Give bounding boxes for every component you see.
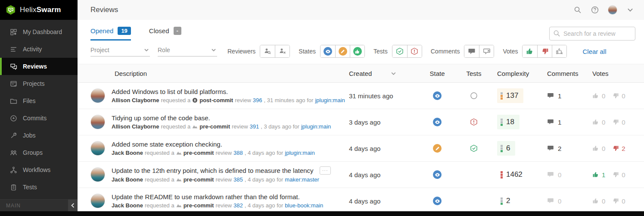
needs-revision-icon[interactable] bbox=[335, 45, 350, 57]
sidebar-item-projects[interactable]: Projects bbox=[0, 75, 78, 92]
sidebar-item-reviews[interactable]: Reviews bbox=[0, 58, 78, 75]
user-search-icon[interactable] bbox=[260, 45, 275, 57]
vote-up[interactable]: 0 bbox=[592, 119, 605, 126]
column-created[interactable]: Created bbox=[349, 70, 418, 77]
has-comments-icon[interactable] bbox=[464, 45, 479, 57]
no-votes-icon[interactable] bbox=[552, 45, 566, 57]
description-cell: Added Windows to list of build platforms… bbox=[90, 88, 349, 103]
review-id-link[interactable]: 382 bbox=[233, 202, 243, 209]
author-avatar[interactable] bbox=[90, 167, 105, 182]
table-row[interactable]: Update to the 12th entry point, which is… bbox=[78, 162, 644, 188]
review-title-link[interactable]: Added some state exception checking. bbox=[112, 141, 222, 148]
sidebar-item-tests[interactable]: Tests bbox=[0, 178, 78, 196]
tests-failed-icon[interactable] bbox=[407, 45, 422, 57]
table-row[interactable]: Added some state exception checking. Jac… bbox=[78, 135, 644, 162]
no-comments-icon[interactable] bbox=[479, 45, 494, 57]
search-icon[interactable] bbox=[573, 6, 582, 14]
sidebar-item-files[interactable]: Files bbox=[0, 92, 78, 110]
comment-count: 0 bbox=[558, 197, 561, 205]
review-id-link[interactable]: 391 bbox=[250, 123, 259, 130]
sidebar-item-activity[interactable]: Activity bbox=[0, 41, 78, 58]
review-id-link[interactable]: 396 bbox=[253, 97, 262, 103]
branch-link[interactable]: jplugin:main bbox=[301, 123, 331, 130]
branch-link[interactable]: jplugin:main bbox=[285, 150, 314, 156]
author-avatar[interactable] bbox=[90, 115, 105, 129]
role-filter-select[interactable]: Role bbox=[158, 47, 217, 56]
tests-passed-icon[interactable] bbox=[392, 45, 407, 57]
review-search bbox=[549, 27, 635, 41]
vote-down[interactable]: 0 bbox=[612, 119, 625, 126]
author-avatar[interactable] bbox=[90, 194, 105, 208]
states-filter-label: States bbox=[299, 48, 316, 55]
chevron-down-icon[interactable] bbox=[626, 6, 635, 14]
branch-link[interactable]: maker:master bbox=[285, 176, 319, 183]
review-title-link[interactable]: Update to the 12th entry point, which is… bbox=[112, 167, 314, 174]
author-avatar[interactable] bbox=[90, 88, 105, 103]
table-row[interactable]: Tidying up some of the code base. Alliso… bbox=[78, 109, 644, 135]
approved-icon[interactable] bbox=[350, 45, 364, 57]
sidebar-item-groups[interactable]: Groups bbox=[0, 144, 78, 161]
votes-cell: 0 0 bbox=[582, 197, 631, 205]
review-title-link[interactable]: Tidying up some of the code base. bbox=[112, 114, 210, 122]
more-button[interactable]: ··· bbox=[320, 166, 331, 175]
comments-cell: 0 bbox=[534, 197, 582, 205]
review-title-link[interactable]: Update the README to use markdown rather… bbox=[112, 193, 300, 200]
commit-type-label: pre-commit bbox=[184, 150, 214, 156]
author-name: Jack Boone bbox=[112, 202, 143, 209]
sidebar-collapse-button[interactable] bbox=[68, 200, 78, 212]
review-title-link[interactable]: Added Windows to list of build platforms… bbox=[112, 88, 228, 95]
helix-swarm-logo-icon bbox=[6, 5, 16, 15]
table-row[interactable]: Added Windows to list of build platforms… bbox=[78, 83, 644, 109]
needs-review-icon[interactable] bbox=[320, 45, 335, 57]
sidebar-item-commits[interactable]: Commits bbox=[0, 110, 78, 127]
votes-cell: 0 0 bbox=[582, 119, 631, 126]
sidebar-item-jobs[interactable]: Jobs bbox=[0, 127, 78, 144]
state-cell bbox=[418, 144, 457, 153]
user-avatar[interactable] bbox=[608, 5, 617, 15]
votes-cell: 1 0 bbox=[582, 171, 631, 178]
branch-link[interactable]: jplugin:main bbox=[315, 97, 345, 103]
app-logo[interactable]: HelixSwarm bbox=[0, 0, 78, 20]
comment-bubble-icon bbox=[547, 145, 554, 152]
thumbs-up-icon bbox=[592, 92, 599, 99]
column-votes: Votes bbox=[582, 70, 631, 77]
created-cell: 31 minutes ago bbox=[349, 92, 418, 100]
help-icon[interactable] bbox=[591, 6, 599, 14]
sidebar-item-workflows[interactable]: Workflows bbox=[0, 161, 78, 178]
vote-down[interactable]: 0 bbox=[612, 92, 625, 100]
sidebar-item-my-dashboard[interactable]: My Dashboard bbox=[0, 23, 78, 41]
user-x-icon[interactable] bbox=[275, 45, 289, 57]
vote-up[interactable]: 0 bbox=[592, 197, 605, 205]
voted-down-icon[interactable] bbox=[537, 45, 552, 57]
tab-closed[interactable]: Closed - bbox=[149, 27, 181, 41]
project-filter-select[interactable]: Project bbox=[90, 47, 150, 56]
table-row[interactable]: Update the README to use markdown rather… bbox=[78, 188, 644, 214]
vote-up[interactable]: 0 bbox=[592, 145, 605, 152]
state-cell bbox=[418, 91, 457, 100]
complexity-value: 1462 bbox=[506, 170, 523, 179]
clear-all-link[interactable]: Clear all bbox=[582, 48, 606, 55]
voted-up-icon[interactable] bbox=[523, 45, 537, 57]
vote-down[interactable]: 0 bbox=[612, 171, 625, 178]
sidebar: HelixSwarm My Dashboard Activity Reviews… bbox=[0, 0, 78, 211]
vote-down[interactable]: 2 bbox=[612, 145, 625, 152]
review-id-link[interactable]: 388 bbox=[233, 150, 243, 156]
vote-up[interactable]: 1 bbox=[592, 171, 605, 178]
vote-down[interactable]: 0 bbox=[612, 197, 625, 205]
page-header: Reviews bbox=[78, 0, 644, 20]
sort-chevron-icon bbox=[391, 71, 396, 76]
branch-link[interactable]: blue-book:main bbox=[285, 202, 323, 209]
tab-opened[interactable]: Opened 19 bbox=[90, 27, 131, 41]
vote-up[interactable]: 0 bbox=[592, 92, 605, 100]
brand-name: HelixSwarm bbox=[20, 6, 61, 14]
meta-tail-text: , 3 days ago for bbox=[261, 123, 299, 130]
review-id-link[interactable]: 385 bbox=[233, 176, 243, 183]
tests-cell bbox=[457, 92, 491, 100]
states-filter-group bbox=[320, 45, 365, 58]
complexity-value: 18 bbox=[506, 118, 514, 126]
reviewers-filter-group bbox=[260, 45, 290, 58]
search-input[interactable] bbox=[549, 27, 635, 41]
chevron-down-icon bbox=[144, 47, 149, 53]
complexity-bar bbox=[501, 145, 503, 152]
author-avatar[interactable] bbox=[90, 141, 105, 156]
